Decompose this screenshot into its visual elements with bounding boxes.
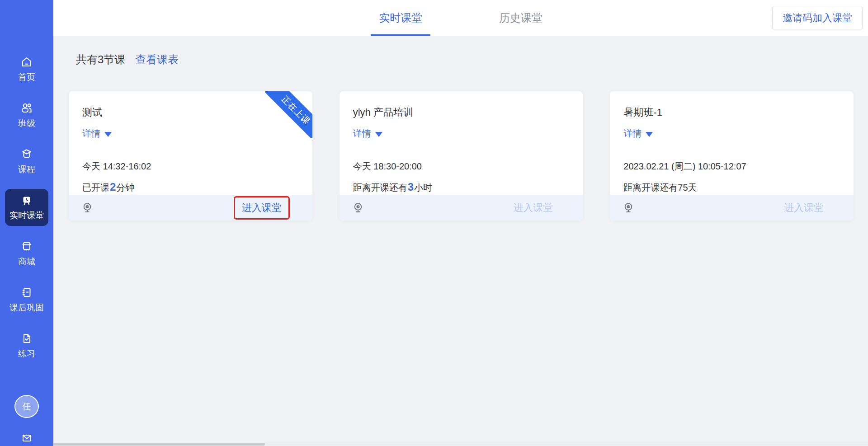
tab-bar: 实时课堂 历史课堂 xyxy=(379,0,542,36)
detail-label: 详情 xyxy=(623,127,642,140)
card-countdown: 已开课2分钟 xyxy=(82,181,299,194)
card-time: 今天 14:32-16:02 xyxy=(82,160,299,173)
sidebar-item-label: 课程 xyxy=(18,164,35,174)
course-count-row: 共有3节课 查看课表 xyxy=(76,52,854,67)
sidebar-item-label: 班级 xyxy=(18,118,35,128)
countdown-number: 3 xyxy=(407,181,414,193)
sidebar-item-label: 课后巩固 xyxy=(9,303,44,313)
card-footer: 进入课堂 xyxy=(340,195,583,221)
avatar[interactable]: 任 xyxy=(14,395,39,418)
sidebar-item-label: 首页 xyxy=(18,72,35,82)
main-area: 实时课堂 历史课堂 邀请码加入课堂 共有3节课 查看课表 正在上课 测试 详情 xyxy=(53,0,868,446)
detail-toggle[interactable]: 详情 xyxy=(623,127,653,140)
enter-classroom-link-disabled[interactable]: 进入课堂 xyxy=(784,201,824,215)
annotation-highlight-box: 进入课堂 xyxy=(234,196,290,220)
webcam-icon xyxy=(623,202,634,214)
countdown-number xyxy=(697,181,698,193)
sidebar-item-mall[interactable]: 商城 xyxy=(5,235,48,272)
class-card-upcoming: 暑期班-1 详情 2023.02.21 (周二) 10:05-12:07 距离开… xyxy=(610,91,854,221)
sidebar-item-live-classroom[interactable]: 实时课堂 xyxy=(5,189,48,226)
horizontal-scrollbar-thumb[interactable] xyxy=(53,443,265,446)
enter-classroom-link[interactable]: 进入课堂 xyxy=(242,202,282,213)
classes-icon xyxy=(20,102,33,114)
sidebar-item-practice[interactable]: 练习 xyxy=(5,327,48,364)
card-footer: 进入课堂 xyxy=(610,195,854,221)
class-card-upcoming: ylyh 产品培训 详情 今天 18:30-20:00 距离开课还有3小时 xyxy=(340,91,583,221)
card-title: ylyh 产品培训 xyxy=(353,106,570,119)
enter-classroom-link-disabled[interactable]: 进入课堂 xyxy=(513,201,553,215)
webcam-icon xyxy=(352,202,364,214)
tab-live-classroom[interactable]: 实时课堂 xyxy=(379,0,422,36)
homework-icon xyxy=(20,286,33,299)
chevron-down-icon xyxy=(375,132,382,137)
webcam-icon xyxy=(81,202,93,214)
course-count-text: 共有3节课 xyxy=(76,52,125,67)
home-icon xyxy=(20,56,33,68)
card-countdown: 距离开课还有75天 xyxy=(623,181,840,194)
card-title: 暑期班-1 xyxy=(623,106,840,119)
live-ribbon-label: 正在上课 xyxy=(265,91,312,138)
content-area: 共有3节课 查看课表 正在上课 测试 详情 今天 14:32-16:02 已开课… xyxy=(53,36,868,446)
sidebar-item-courses[interactable]: 课程 xyxy=(5,143,48,180)
mail-icon xyxy=(20,432,33,444)
card-time: 2023.02.21 (周二) 10:05-12:07 xyxy=(623,160,840,173)
view-schedule-link[interactable]: 查看课表 xyxy=(135,52,179,67)
sidebar-item-label: 练习 xyxy=(18,349,35,359)
courses-icon xyxy=(20,148,33,160)
chevron-down-icon xyxy=(646,132,653,137)
sidebar: 首页 班级 课程 实时课堂 xyxy=(0,0,53,446)
header: 实时课堂 历史课堂 邀请码加入课堂 xyxy=(53,0,868,36)
messages-button[interactable] xyxy=(20,432,33,446)
class-card-live: 正在上课 测试 详情 今天 14:32-16:02 已开课2分钟 xyxy=(69,91,312,221)
chevron-down-icon xyxy=(104,132,112,137)
live-classroom-icon xyxy=(20,194,33,207)
sidebar-item-classes[interactable]: 班级 xyxy=(5,97,48,134)
card-footer: 进入课堂 xyxy=(69,195,312,221)
detail-toggle[interactable]: 详情 xyxy=(353,127,382,140)
sidebar-item-label: 商城 xyxy=(18,257,35,267)
detail-label: 详情 xyxy=(353,127,371,140)
live-ribbon: 正在上课 xyxy=(265,91,312,138)
invite-code-join-button[interactable]: 邀请码加入课堂 xyxy=(772,7,863,29)
avatar-initial: 任 xyxy=(23,401,31,413)
card-time: 今天 18:30-20:00 xyxy=(353,160,570,173)
practice-icon xyxy=(20,332,33,345)
sidebar-item-homework[interactable]: 课后巩固 xyxy=(5,281,48,318)
sidebar-item-home[interactable]: 首页 xyxy=(5,51,48,88)
mall-icon xyxy=(20,240,33,253)
detail-toggle[interactable]: 详情 xyxy=(82,127,112,140)
countdown-number: 2 xyxy=(109,181,116,193)
class-card-list: 正在上课 测试 详情 今天 14:32-16:02 已开课2分钟 xyxy=(69,91,854,221)
card-countdown: 距离开课还有3小时 xyxy=(353,181,570,194)
horizontal-scrollbar xyxy=(53,442,868,446)
tab-history-classroom[interactable]: 历史课堂 xyxy=(499,0,542,36)
detail-label: 详情 xyxy=(82,127,100,140)
sidebar-item-label: 实时课堂 xyxy=(9,211,44,221)
